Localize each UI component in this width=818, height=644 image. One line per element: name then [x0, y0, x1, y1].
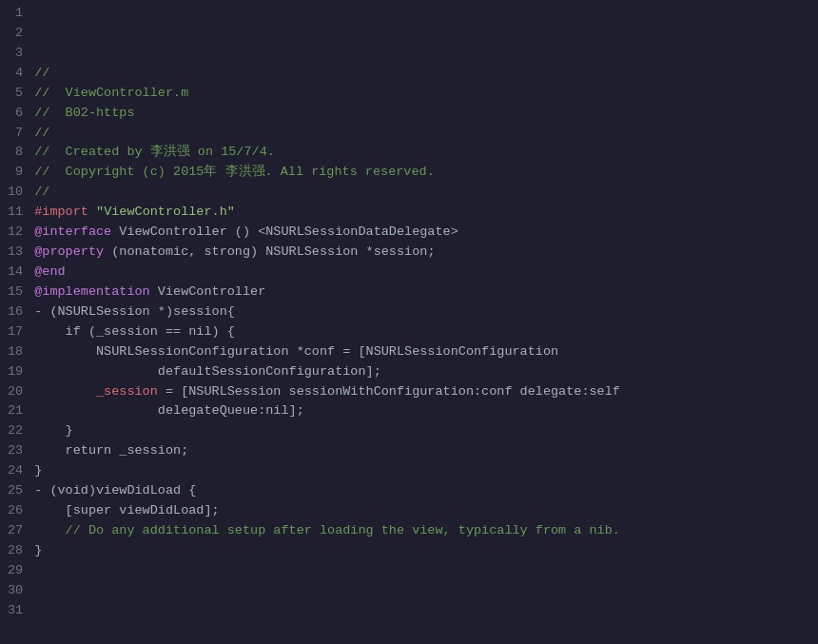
code-line: defaultSessionConfiguration]; [34, 362, 803, 382]
code-line: NSURLSessionConfiguration *conf = [NSURL… [34, 342, 803, 362]
token-plain: } [34, 543, 42, 557]
token-plain: ViewController () <NSURLSessionDataDeleg… [111, 224, 458, 239]
token-plain: = [NSURLSession sessionWithConfiguration… [158, 384, 620, 399]
line-number: 7 [8, 124, 23, 144]
token-plain: - (void)viewDidLoad { [34, 483, 196, 498]
token-comment: // [34, 66, 49, 80]
code-line: // Copyright (c) 2015年 李洪强. All rights r… [34, 163, 803, 183]
line-number: 25 [8, 481, 23, 501]
line-number: 28 [8, 541, 23, 561]
token-plain [34, 384, 96, 399]
code-line: return _session; [34, 441, 803, 461]
code-editor: 1234567891011121314151617181920212223242… [0, 0, 818, 644]
line-number: 16 [8, 302, 23, 322]
line-number: 30 [8, 581, 23, 601]
line-number: 26 [8, 501, 23, 521]
token-plain: return _session; [34, 443, 188, 458]
token-keyword: @property [34, 244, 104, 259]
line-number: 13 [8, 243, 23, 263]
line-number: 9 [8, 163, 23, 183]
line-number: 3 [8, 44, 23, 64]
code-line: @implementation ViewController [34, 283, 803, 302]
code-content[interactable]: //// ViewController.m// B02-https//// Cr… [34, 4, 818, 640]
code-line: [super viewDidLoad]; [34, 501, 803, 521]
token-keyword: @implementation [34, 284, 150, 299]
code-line: _session = [NSURLSession sessionWithConf… [34, 382, 803, 402]
line-number: 31 [8, 601, 23, 621]
code-line: @end [34, 263, 803, 283]
code-line: // Do any additional setup after loading… [34, 521, 803, 541]
line-number: 14 [8, 263, 23, 283]
line-number: 23 [8, 441, 23, 461]
code-line: } [34, 541, 803, 561]
line-number: 18 [8, 342, 23, 362]
token-plain: (nonatomic, strong) NSURLSession *sessio… [104, 244, 435, 259]
code-line: } [34, 461, 803, 481]
line-number: 12 [8, 223, 23, 243]
token-plain: delegateQueue:nil]; [34, 403, 304, 418]
token-comment: // [34, 126, 49, 140]
token-keyword: @end [34, 264, 65, 279]
line-number: 1 [8, 4, 23, 24]
token-comment: // Created by 李洪强 on 15/7/4. [34, 145, 275, 159]
token-keyword: @interface [34, 224, 111, 239]
code-line: // [34, 124, 803, 144]
token-plain: } [34, 423, 73, 438]
line-number: 21 [8, 401, 23, 421]
code-line: #import "ViewController.h" [34, 203, 803, 223]
line-numbers: 1234567891011121314151617181920212223242… [0, 4, 34, 640]
line-number: 5 [8, 84, 23, 104]
code-line: // [34, 64, 803, 84]
token-directive: #import [34, 205, 88, 219]
code-line: @interface ViewController () <NSURLSessi… [34, 223, 803, 243]
code-line: @property (nonatomic, strong) NSURLSessi… [34, 243, 803, 263]
code-line: // [34, 183, 803, 203]
token-comment: // Do any additional setup after loading… [34, 523, 620, 537]
line-number: 10 [8, 183, 23, 203]
line-number: 15 [8, 283, 23, 302]
code-line: } [34, 421, 803, 441]
token-comment: // B02-https [34, 106, 134, 120]
code-line: delegateQueue:nil]; [34, 401, 803, 421]
line-number: 29 [8, 561, 23, 581]
code-line: if (_session == nil) { [34, 322, 803, 342]
line-number: 11 [8, 203, 23, 223]
token-comment: // ViewController.m [34, 86, 188, 100]
line-number: 2 [8, 24, 23, 44]
token-var-red: _session [96, 384, 158, 399]
token-plain: [super viewDidLoad]; [34, 503, 219, 517]
token-comment: // [34, 185, 49, 199]
line-number: 24 [8, 461, 23, 481]
code-line: // ViewController.m [34, 84, 803, 104]
line-number: 4 [8, 64, 23, 84]
code-line: - (void)viewDidLoad { [34, 481, 803, 501]
token-plain: } [34, 463, 42, 478]
code-line: // Created by 李洪强 on 15/7/4. [34, 143, 803, 163]
line-number: 8 [8, 143, 23, 163]
token-plain: defaultSessionConfiguration]; [34, 364, 381, 379]
token-plain: - (NSURLSession *)session{ [34, 304, 235, 319]
token-comment: // Copyright (c) 2015年 李洪强. All rights r… [34, 165, 435, 179]
line-number: 19 [8, 362, 23, 382]
line-number: 20 [8, 382, 23, 402]
line-number: 27 [8, 521, 23, 541]
token-plain: NSURLSessionConfiguration *conf = [NSURL… [34, 344, 558, 359]
token-string: "ViewController.h" [96, 205, 235, 219]
code-line: - (NSURLSession *)session{ [34, 302, 803, 322]
token-plain: if (_session == nil) { [34, 324, 235, 339]
token-plain [88, 205, 96, 219]
line-number: 17 [8, 322, 23, 342]
line-number: 6 [8, 104, 23, 124]
code-line: // B02-https [34, 104, 803, 124]
line-number: 22 [8, 421, 23, 441]
token-plain: ViewController [150, 284, 266, 299]
